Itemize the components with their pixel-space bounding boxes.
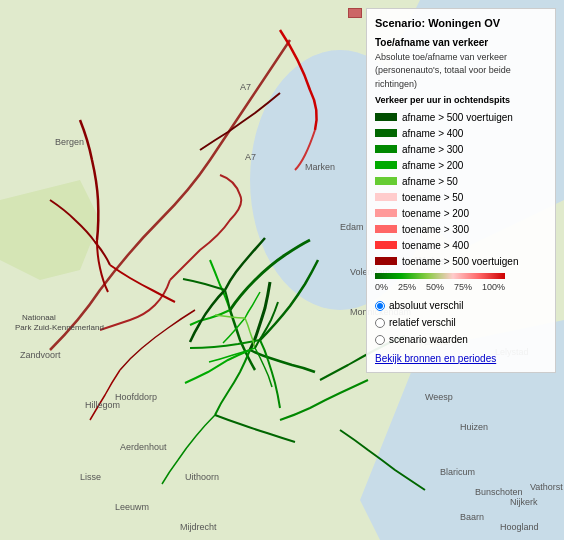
legend-color-swatch-0 bbox=[375, 113, 397, 121]
progress-bar bbox=[375, 273, 505, 279]
legend-item-label-3: afname > 200 bbox=[402, 158, 463, 173]
radio-items: absoluut verschilrelatief verschilscenar… bbox=[375, 298, 547, 347]
svg-text:Park Zuid-Kennemerland: Park Zuid-Kennemerland bbox=[15, 323, 104, 332]
svg-text:A7: A7 bbox=[245, 152, 256, 162]
svg-text:Mijdrecht: Mijdrecht bbox=[180, 522, 217, 532]
legend-item-2: afname > 300 bbox=[375, 142, 547, 157]
svg-text:Uithoorn: Uithoorn bbox=[185, 472, 219, 482]
legend-color-swatch-5 bbox=[375, 193, 397, 201]
legend-subsection: Verkeer per uur in ochtendspits bbox=[375, 94, 547, 108]
legend-item-9: toename > 500 voertuigen bbox=[375, 254, 547, 269]
legend-color-swatch-2 bbox=[375, 145, 397, 153]
svg-text:Leeuwm: Leeuwm bbox=[115, 502, 149, 512]
legend-item-label-2: afname > 300 bbox=[402, 142, 463, 157]
legend-section-title: Toe/afname van verkeer bbox=[375, 35, 547, 50]
radio-item-0: absoluut verschil bbox=[375, 298, 547, 313]
legend-color-swatch-6 bbox=[375, 209, 397, 217]
svg-text:Lisse: Lisse bbox=[80, 472, 101, 482]
legend-items: afname > 500 voertuigenafname > 400afnam… bbox=[375, 110, 547, 269]
radio-label-2: scenario waarden bbox=[389, 332, 468, 347]
legend-description: Absolute toe/afname van verkeer (persone… bbox=[375, 51, 547, 92]
legend-item-7: toename > 300 bbox=[375, 222, 547, 237]
svg-text:Hoogland: Hoogland bbox=[500, 522, 539, 532]
legend-item-label-1: afname > 400 bbox=[402, 126, 463, 141]
map-container: Bergen Nationaal Park Zuid-Kennemerland … bbox=[0, 0, 564, 540]
legend-color-swatch-9 bbox=[375, 257, 397, 265]
sources-link[interactable]: Bekijk bronnen en periodes bbox=[375, 351, 496, 366]
svg-text:Aerdenhout: Aerdenhout bbox=[120, 442, 167, 452]
legend-item-label-7: toename > 300 bbox=[402, 222, 469, 237]
svg-text:Blaricum: Blaricum bbox=[440, 467, 475, 477]
radio-group: absoluut verschilrelatief verschilscenar… bbox=[375, 298, 547, 347]
legend-item-label-9: toename > 500 voertuigen bbox=[402, 254, 518, 269]
svg-text:Bunschoten: Bunschoten bbox=[475, 487, 523, 497]
legend-item-3: afname > 200 bbox=[375, 158, 547, 173]
legend-item-6: toename > 200 bbox=[375, 206, 547, 221]
legend-item-8: toename > 400 bbox=[375, 238, 547, 253]
legend-color-swatch-8 bbox=[375, 241, 397, 249]
radio-input-0[interactable] bbox=[375, 301, 385, 311]
legend-color-swatch-3 bbox=[375, 161, 397, 169]
progress-labels: 0% 25% 50% 75% 100% bbox=[375, 281, 505, 295]
legend-item-label-4: afname > 50 bbox=[402, 174, 458, 189]
legend-item-label-5: toename > 50 bbox=[402, 190, 463, 205]
svg-text:Nijkerk: Nijkerk bbox=[510, 497, 538, 507]
legend-item-label-8: toename > 400 bbox=[402, 238, 469, 253]
svg-text:Vathorst: Vathorst bbox=[530, 482, 563, 492]
svg-text:Marken: Marken bbox=[305, 162, 335, 172]
legend-color-swatch-4 bbox=[375, 177, 397, 185]
legend-item-label-6: toename > 200 bbox=[402, 206, 469, 221]
svg-text:Zandvoort: Zandvoort bbox=[20, 350, 61, 360]
progress-bar-container bbox=[375, 273, 547, 279]
legend-panel: Scenario: Woningen OV Toe/afname van ver… bbox=[366, 8, 556, 373]
radio-item-2: scenario waarden bbox=[375, 332, 547, 347]
scenario-title: Scenario: Woningen OV bbox=[375, 15, 547, 32]
legend-color-swatch-7 bbox=[375, 225, 397, 233]
legend-color-swatch-1 bbox=[375, 129, 397, 137]
svg-text:Baarn: Baarn bbox=[460, 512, 484, 522]
minimize-button[interactable] bbox=[348, 8, 362, 18]
radio-label-0: absoluut verschil bbox=[389, 298, 463, 313]
svg-text:Nationaal: Nationaal bbox=[22, 313, 56, 322]
legend-item-5: toename > 50 bbox=[375, 190, 547, 205]
legend-item-1: afname > 400 bbox=[375, 126, 547, 141]
svg-text:Hoofddorp: Hoofddorp bbox=[115, 392, 157, 402]
legend-item-0: afname > 500 voertuigen bbox=[375, 110, 547, 125]
legend-item-4: afname > 50 bbox=[375, 174, 547, 189]
radio-input-1[interactable] bbox=[375, 318, 385, 328]
svg-text:A7: A7 bbox=[240, 82, 251, 92]
radio-item-1: relatief verschil bbox=[375, 315, 547, 330]
svg-text:Weesp: Weesp bbox=[425, 392, 453, 402]
radio-label-1: relatief verschil bbox=[389, 315, 456, 330]
radio-input-2[interactable] bbox=[375, 335, 385, 345]
legend-item-label-0: afname > 500 voertuigen bbox=[402, 110, 513, 125]
svg-text:Huizen: Huizen bbox=[460, 422, 488, 432]
svg-text:Bergen: Bergen bbox=[55, 137, 84, 147]
svg-text:Edam: Edam bbox=[340, 222, 364, 232]
